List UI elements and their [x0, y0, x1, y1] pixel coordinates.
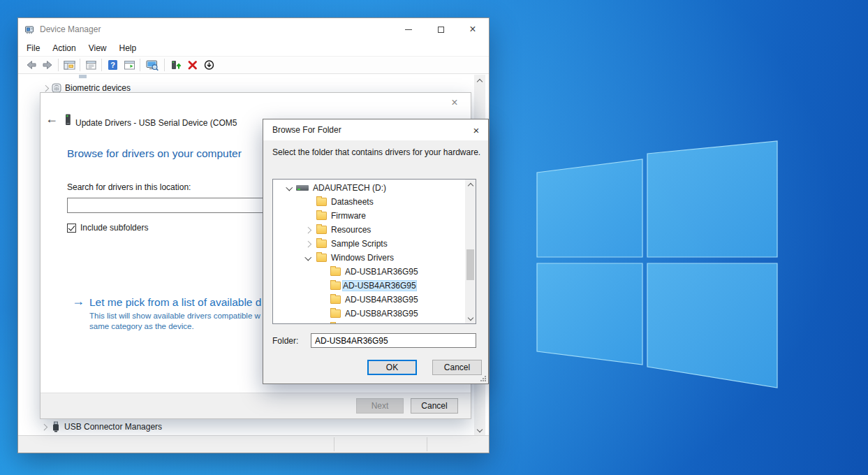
device-manager-icon [24, 24, 34, 34]
next-button[interactable]: Next [356, 398, 404, 414]
update-driver-icon [170, 59, 182, 71]
tree-item-label: Windows Drivers [331, 253, 394, 263]
scroll-up-icon [468, 182, 473, 187]
close-icon: × [469, 23, 476, 36]
tree-item-ad-usb8ar38g95[interactable]: AD-USB8AR38G95 [273, 307, 465, 321]
folder-icon [316, 198, 327, 206]
ok-button[interactable]: OK [367, 360, 417, 375]
checkbox-checked-icon[interactable] [67, 224, 76, 233]
expand-chevron-icon[interactable] [41, 83, 50, 93]
scroll-up-button[interactable] [474, 75, 485, 87]
desktop: Device Manager × File Action View Help [0, 0, 868, 475]
windows-logo [536, 140, 778, 390]
scrollbar-thumb[interactable] [466, 249, 474, 280]
chevron-spacer [317, 267, 327, 277]
forward-button[interactable] [39, 57, 56, 73]
tree-item-usb-connector-managers[interactable]: USB Connector Managers [18, 421, 162, 432]
menu-file[interactable]: File [20, 42, 46, 54]
scroll-up-button[interactable] [465, 180, 476, 190]
toolbar-separator [80, 59, 80, 71]
show-console-tree-button[interactable] [61, 57, 78, 73]
folder-tree-scrollbar[interactable] [465, 180, 476, 323]
usb-connector-icon [51, 421, 61, 432]
console-tree-icon [64, 59, 75, 71]
status-separator [427, 437, 427, 451]
help-button[interactable]: ? [104, 57, 121, 73]
biometric-icon [52, 83, 61, 93]
let-me-pick-link[interactable]: Let me pick from a list of available d [89, 296, 261, 309]
expand-chevron-icon[interactable] [39, 422, 49, 432]
resize-grip[interactable] [479, 374, 487, 382]
tree-item-label: AD-USB4AR38G95 [345, 295, 418, 305]
show-action-pane-button[interactable] [121, 57, 138, 73]
tree-item-label: AD-USB1AR36G95 [345, 267, 418, 277]
tree-item-resources[interactable]: Resources [273, 223, 465, 237]
collapse-chevron-icon[interactable] [303, 253, 313, 263]
expand-chevron-icon[interactable] [303, 225, 313, 235]
tree-item-datasheets[interactable]: Datasheets [273, 195, 465, 209]
chevron-spacer [317, 281, 327, 291]
toolbar-separator [164, 59, 165, 71]
tree-item-sample-scripts[interactable]: Sample Scripts [273, 237, 465, 251]
expand-chevron-icon[interactable] [303, 239, 313, 249]
wizard-back-button[interactable]: ← [45, 112, 58, 126]
scroll-down-button[interactable] [474, 424, 485, 436]
close-icon: × [473, 124, 480, 136]
menu-help[interactable]: Help [113, 42, 143, 54]
wizard-heading: Browse for drivers on your computer [67, 147, 242, 160]
menu-view[interactable]: View [82, 42, 113, 54]
folder-name-input[interactable] [311, 333, 476, 348]
scroll-down-icon [468, 316, 473, 321]
collapse-chevron-icon[interactable] [284, 183, 294, 193]
wizard-footer: Next Cancel [41, 393, 471, 418]
tree-item-label: Resources [331, 225, 371, 235]
tree-item-ad-usb1ar36g95[interactable]: AD-USB1AR36G95 [273, 265, 465, 279]
dialog-close-button[interactable]: × [464, 119, 488, 140]
folder-icon [316, 212, 327, 220]
wizard-title: Update Drivers - USB Serial Device (COM5 [75, 118, 237, 128]
maximize-button[interactable] [425, 18, 457, 41]
dialog-instruction: Select the folder that contains drivers … [272, 147, 480, 157]
cancel-button[interactable]: Cancel [411, 398, 458, 414]
tree-item-label: Firmware [331, 211, 366, 221]
menu-action[interactable]: Action [46, 42, 82, 54]
status-separator [334, 437, 334, 451]
title-bar[interactable]: Device Manager × [18, 18, 489, 41]
dialog-close-button[interactable]: × [447, 95, 462, 110]
tree-item-label: AD-USB4AR36G95 [343, 281, 416, 291]
tree-item-adauratech-drive[interactable]: ADAURATECH (D:) [273, 181, 465, 195]
tree-item-label: AD-USB8AR38G95 [345, 309, 418, 319]
minimize-icon [405, 29, 412, 30]
tree-item-windows-drivers[interactable]: Windows Drivers [273, 251, 465, 265]
close-button[interactable]: × [457, 18, 489, 41]
uninstall-x-icon [186, 59, 198, 71]
tree-item-ad-usb4ar38g95[interactable]: AD-USB4AR38G95 [273, 293, 465, 307]
toolbar-separator [101, 59, 102, 71]
folder-icon [330, 323, 341, 324]
scroll-down-button[interactable] [465, 313, 476, 323]
menu-bar: File Action View Help [18, 41, 489, 56]
tree-item-firmware[interactable]: Firmware [273, 209, 465, 223]
minimize-button[interactable] [392, 18, 425, 41]
chevron-spacer [317, 309, 327, 319]
properties-button[interactable] [82, 57, 99, 73]
tree-item-label: ADAURATECH (D:) [313, 182, 388, 193]
scan-hardware-icon [146, 59, 159, 71]
scan-for-hardware-changes-button[interactable] [142, 57, 162, 73]
browse-for-folder-dialog: Browse For Folder × Select the folder th… [263, 119, 489, 384]
dialog-title: Browse For Folder [272, 125, 464, 135]
chevron-spacer [317, 323, 327, 324]
toolbar-separator [140, 59, 140, 71]
dialog-title-bar[interactable]: Browse For Folder × [263, 119, 488, 140]
cancel-button[interactable]: Cancel [432, 360, 482, 375]
update-driver-button[interactable] [167, 57, 184, 73]
folder-label: Folder: [272, 336, 298, 346]
folder-icon [316, 240, 327, 248]
toolbar: ? [18, 56, 489, 74]
tree-item-ad-usb4ar36g95-selected[interactable]: AD-USB4AR36G95 [273, 279, 465, 293]
disable-device-button[interactable] [200, 57, 217, 73]
folder-icon [330, 309, 341, 318]
include-subfolders-row[interactable]: Include subfolders [67, 223, 148, 233]
back-button[interactable] [22, 57, 39, 73]
uninstall-device-button[interactable] [184, 57, 200, 73]
